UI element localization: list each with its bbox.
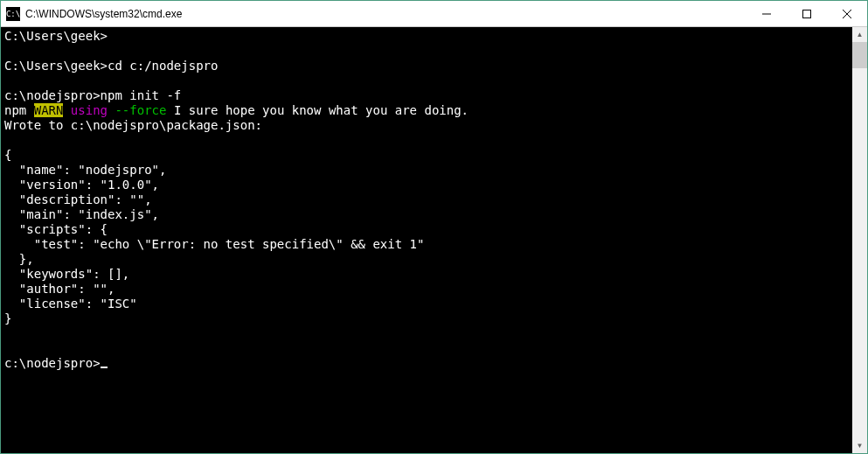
npm-force-flag: --force bbox=[108, 103, 166, 117]
npm-warn-badge: WARN bbox=[34, 103, 64, 117]
npm-prefix: npm bbox=[4, 103, 34, 117]
maximize-button[interactable] bbox=[787, 1, 827, 26]
json-line: "keywords": [], bbox=[4, 267, 129, 281]
json-line: "main": "index.js", bbox=[4, 207, 159, 221]
cmd-window: C:\ C:\WINDOWS\system32\cmd.exe C:\Users… bbox=[0, 0, 868, 454]
terminal-wrapper: C:\Users\geek> C:\Users\geek>cd c:/nodej… bbox=[1, 27, 867, 453]
cursor bbox=[101, 367, 108, 368]
scroll-down-arrow[interactable]: ▼ bbox=[852, 438, 867, 453]
json-line: "scripts": { bbox=[4, 222, 108, 236]
wrote-line: Wrote to c:\nodejspro\package.json: bbox=[4, 118, 262, 132]
prompt-line: c:\nodejspro> bbox=[4, 356, 101, 370]
scroll-track[interactable] bbox=[852, 42, 867, 438]
close-button[interactable] bbox=[827, 1, 867, 26]
scroll-up-arrow[interactable]: ▲ bbox=[852, 27, 867, 42]
vertical-scrollbar[interactable]: ▲ ▼ bbox=[852, 27, 867, 453]
json-line: "test": "echo \"Error: no test specified… bbox=[4, 237, 424, 251]
scroll-thumb[interactable] bbox=[852, 42, 867, 68]
cmd-icon: C:\ bbox=[6, 7, 20, 21]
json-line: }, bbox=[4, 252, 34, 266]
svg-rect-1 bbox=[803, 10, 811, 17]
json-line: } bbox=[4, 311, 11, 325]
prompt-line: C:\Users\geek> bbox=[4, 59, 108, 73]
window-controls bbox=[746, 1, 867, 26]
terminal-output[interactable]: C:\Users\geek> C:\Users\geek>cd c:/nodej… bbox=[1, 27, 852, 453]
json-line: "license": "ISC" bbox=[4, 297, 137, 311]
minimize-button[interactable] bbox=[746, 1, 787, 26]
prompt-line: C:\Users\geek> bbox=[4, 29, 108, 43]
json-line: "name": "nodejspro", bbox=[4, 163, 166, 177]
json-line: "version": "1.0.0", bbox=[4, 178, 159, 192]
prompt-line: c:\nodejspro> bbox=[4, 88, 101, 102]
command-text: cd c:/nodejspro bbox=[108, 59, 218, 73]
json-line: { bbox=[4, 148, 11, 162]
json-line: "author": "", bbox=[4, 282, 115, 296]
npm-using: using bbox=[63, 103, 108, 117]
command-text: npm init -f bbox=[101, 88, 182, 102]
title-bar: C:\ C:\WINDOWS\system32\cmd.exe bbox=[1, 1, 867, 27]
npm-warn-msg: I sure hope you know what you are doing. bbox=[166, 103, 469, 117]
window-title: C:\WINDOWS\system32\cmd.exe bbox=[25, 8, 746, 20]
json-line: "description": "", bbox=[4, 192, 152, 206]
